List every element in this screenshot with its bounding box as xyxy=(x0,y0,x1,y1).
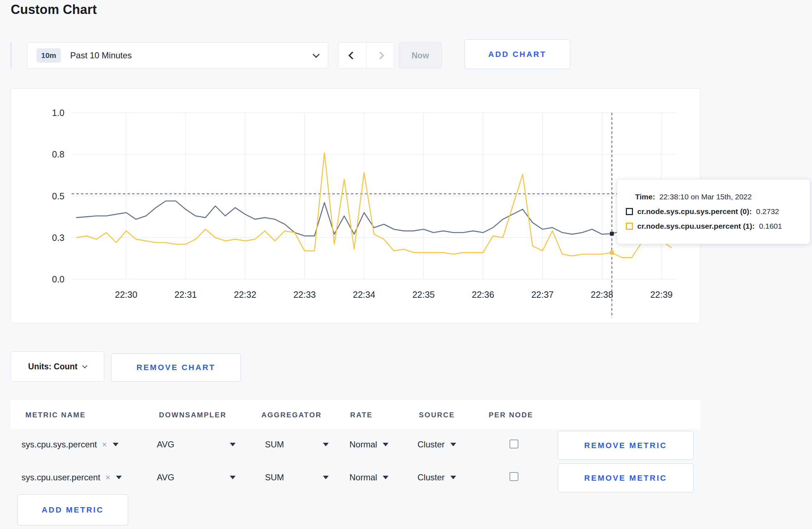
source-value: Cluster xyxy=(417,472,445,482)
series-line-user xyxy=(77,153,671,258)
x-axis-tick-label: 22:30 xyxy=(115,290,137,300)
dropdown-arrow-icon xyxy=(450,476,456,479)
x-axis-tick-label: 22:39 xyxy=(650,290,673,300)
column-header-downsampler: DOWNSAMPLER xyxy=(159,411,227,419)
metric-name-select[interactable]: sys.cpu.user.percent × xyxy=(21,472,122,482)
dropdown-arrow-icon xyxy=(383,476,388,479)
x-axis-tick-label: 22:33 xyxy=(293,290,316,300)
hover-point-user xyxy=(610,251,614,254)
page-title: Custom Chart xyxy=(11,2,97,17)
units-label: Units: Count xyxy=(28,362,78,372)
time-range-select[interactable]: 10m Past 10 Minutes xyxy=(27,42,328,69)
tooltip-series-row: cr.node.sys.cpu.sys.percent (0): 0.2732 xyxy=(617,207,810,216)
downsampler-select[interactable]: AVG xyxy=(157,440,236,450)
dropdown-arrow-icon xyxy=(113,443,119,446)
per-node-checkbox[interactable] xyxy=(509,440,518,448)
x-axis-tick-label: 22:35 xyxy=(412,290,435,300)
rate-value: Normal xyxy=(349,472,377,482)
metric-name-select[interactable]: sys.cpu.sys.percent × xyxy=(21,440,119,450)
x-axis-tick-label: 22:34 xyxy=(353,290,376,300)
x-axis-tick-label: 22:32 xyxy=(234,290,256,300)
next-window-button[interactable] xyxy=(366,43,395,68)
prev-window-button[interactable] xyxy=(338,43,366,68)
chevron-right-icon xyxy=(376,52,385,60)
dropdown-arrow-icon xyxy=(323,443,329,446)
tooltip-time-row: Time: 22:38:10 on Mar 15th, 2022 xyxy=(617,193,810,201)
tooltip-series-row: cr.node.sys.cpu.user.percent (1): 0.1601 xyxy=(617,222,810,230)
rate-select[interactable]: Normal xyxy=(349,472,388,482)
y-axis-tick-label: 0.5 xyxy=(52,191,64,201)
time-range-label: Past 10 Minutes xyxy=(70,50,132,60)
downsampler-select[interactable]: AVG xyxy=(157,472,236,482)
time-window-nav xyxy=(338,42,395,69)
chevron-down-icon xyxy=(313,51,320,58)
dropdown-arrow-icon xyxy=(230,476,236,479)
chart-card: 0.00.30.50.81.022:3022:3122:3222:3322:34… xyxy=(11,88,700,324)
rate-value: Normal xyxy=(349,440,377,450)
remove-chart-button[interactable]: REMOVE CHART xyxy=(111,353,241,382)
source-value: Cluster xyxy=(417,440,445,450)
dropdown-arrow-icon xyxy=(383,443,388,446)
units-select[interactable]: Units: Count xyxy=(11,351,104,382)
x-axis-tick-label: 22:37 xyxy=(531,290,554,300)
tooltip-series-label: cr.node.sys.cpu.sys.percent (0): xyxy=(637,207,752,216)
column-header-aggregator: AGGREGATOR xyxy=(261,411,322,419)
dropdown-arrow-icon xyxy=(230,443,236,446)
column-header-source: SOURCE xyxy=(419,411,455,419)
time-range-badge: 10m xyxy=(37,48,61,63)
y-axis-tick-label: 1.0 xyxy=(52,108,64,118)
y-axis-tick-label: 0.8 xyxy=(52,149,64,159)
chevron-down-icon xyxy=(82,363,87,368)
chevron-left-icon xyxy=(348,52,356,60)
aggregator-value: SUM xyxy=(265,472,284,482)
source-select[interactable]: Cluster xyxy=(417,472,456,482)
tooltip-series-value: 0.2732 xyxy=(756,207,779,216)
aggregator-select[interactable]: SUM xyxy=(265,440,329,450)
series-swatch-user-icon xyxy=(626,223,633,230)
add-chart-button[interactable]: ADD CHART xyxy=(464,39,570,69)
remove-metric-button[interactable]: REMOVE METRIC xyxy=(558,431,693,460)
column-header-metric-name: METRIC NAME xyxy=(25,411,86,419)
rate-select[interactable]: Normal xyxy=(349,440,388,450)
aggregator-select[interactable]: SUM xyxy=(265,472,329,482)
tooltip-series-value: 0.1601 xyxy=(759,222,782,230)
x-axis-tick-label: 22:36 xyxy=(472,290,494,300)
hover-point-sys xyxy=(610,232,614,236)
chart-tooltip: Time: 22:38:10 on Mar 15th, 2022 cr.node… xyxy=(617,179,810,244)
y-axis-tick-label: 0.0 xyxy=(52,274,64,284)
dropdown-arrow-icon xyxy=(450,443,456,446)
now-button[interactable]: Now xyxy=(399,42,442,69)
clear-metric-icon[interactable]: × xyxy=(105,472,110,482)
series-swatch-sys-icon xyxy=(626,208,633,215)
add-metric-button[interactable]: ADD METRIC xyxy=(17,494,128,525)
remove-metric-button[interactable]: REMOVE METRIC xyxy=(558,464,693,492)
y-axis-tick-label: 0.3 xyxy=(52,233,64,243)
x-axis-tick-label: 22:38 xyxy=(591,290,613,300)
tooltip-series-label: cr.node.sys.cpu.user.percent (1): xyxy=(637,222,755,230)
dropdown-arrow-icon xyxy=(323,476,329,479)
tooltip-time-label: Time: xyxy=(635,193,655,201)
line-chart[interactable]: 0.00.30.50.81.022:3022:3122:3222:3322:34… xyxy=(11,89,701,324)
column-header-rate: RATE xyxy=(350,411,373,419)
tooltip-time-value: 22:38:10 on Mar 15th, 2022 xyxy=(659,193,752,201)
downsampler-value: AVG xyxy=(157,472,174,482)
series-line-sys xyxy=(77,201,671,236)
per-node-checkbox[interactable] xyxy=(509,472,518,481)
metric-name-value: sys.cpu.sys.percent xyxy=(21,440,97,450)
source-select[interactable]: Cluster xyxy=(417,440,456,450)
dropdown-arrow-icon xyxy=(116,476,122,479)
metric-name-value: sys.cpu.user.percent xyxy=(21,472,100,482)
x-axis-tick-label: 22:31 xyxy=(174,290,197,300)
downsampler-value: AVG xyxy=(157,440,174,450)
toolbar-divider xyxy=(11,42,11,69)
aggregator-value: SUM xyxy=(265,440,284,450)
column-header-per-node: PER NODE xyxy=(489,411,533,419)
clear-metric-icon[interactable]: × xyxy=(102,440,107,450)
